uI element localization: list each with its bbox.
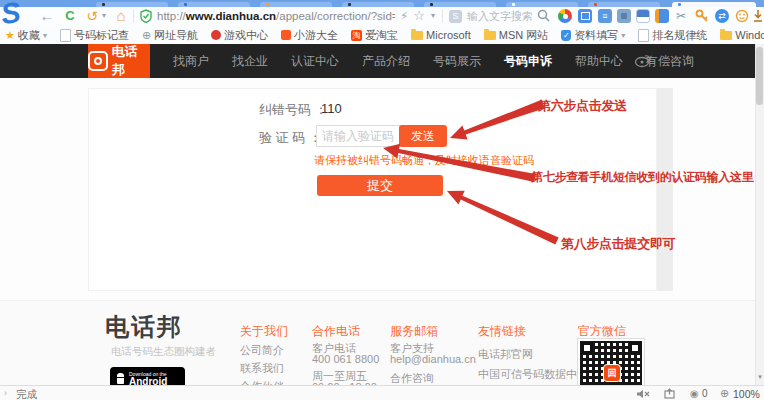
security-shield-icon [140,9,152,23]
dianhuabang-logo-icon [88,51,108,71]
appeal-form-card: 纠错号码 ： 110 验 证 码 ： 发送 请保持被纠错号码畅通，及时接收语音验… [88,88,657,291]
adblock-icon[interactable]: ◉ [690,388,699,399]
toolbar-divider [442,9,443,23]
reader-extension-icon[interactable] [655,9,669,23]
adblock-count: 0 [702,388,708,399]
sogou-browser-logo: S [0,0,23,31]
bookmark-item[interactable]: ⊕网址导航 [142,28,198,43]
footer-link-contact-us[interactable]: 联系我们 [240,361,284,376]
smiley-feedback-icon[interactable] [735,9,749,23]
qr-center-logo: 回 [603,364,621,382]
back-icon[interactable]: ← [38,7,56,26]
browser-statusbar: › 完成 ◉ 0 ⊕ 100% [0,385,764,400]
captcha-hint: 请保持被纠错号码畅通，及时接收语音验证码 [314,153,534,168]
status-expand-icon[interactable]: › [4,388,7,398]
nav-item-merchants[interactable]: 找商户 [173,53,209,70]
site-menu: 找商户 找企业 认证中心 产品介绍 号码展示 号码申诉 帮助中心 有偿咨询 [173,44,694,78]
nav-item-number-appeal[interactable]: 号码申诉 [504,53,552,70]
page-side-strip [657,88,673,291]
captcha-label: 验 证 码 ： [259,129,322,147]
nav-item-paid-consult[interactable]: 有偿咨询 [646,53,694,70]
submit-button[interactable]: 提交 [317,175,443,196]
annotation-step8: 第八步点击提交即可 [561,235,675,253]
search-engine-icon[interactable]: S [449,10,462,23]
correction-number-value: 110 [321,101,342,116]
nav-item-number-display[interactable]: 号码展示 [433,53,481,70]
search-input[interactable]: 输入文字搜索 [467,7,533,26]
speaker-mute-icon[interactable] [636,389,650,399]
nav-item-companies[interactable]: 找企业 [232,53,268,70]
bookmark-item[interactable]: MSN 网站 [484,28,549,43]
page-icon [60,29,71,42]
globe-icon: ⊕ [142,29,151,42]
bookmark-item[interactable]: Microsoft [411,29,471,41]
bookmark-item[interactable]: Windows Li [720,29,764,41]
toolbar-divider [133,9,134,23]
site-footer: 电话邦 电话号码生态圈构建者 Download on theAndroid 关于… [0,300,756,387]
home-icon[interactable]: ⌂ [112,7,130,26]
tab-favicon [678,3,681,6]
nav-item-products[interactable]: 产品介绍 [362,53,410,70]
footer-support-email[interactable]: help@dianhua.cn [390,353,476,365]
bookmark-item[interactable]: 游戏中心 [211,28,268,43]
chrome-extension-icon[interactable] [558,9,572,23]
flash-play-icon[interactable]: ⚡ [398,7,410,26]
refresh-icon[interactable]: C [62,7,78,26]
status-text: 完成 [16,388,37,400]
tab-favicon [430,3,433,6]
dianhuabang-logo-text: 电话邦 [112,43,150,79]
favorite-dropdown-icon[interactable]: ▾ [428,7,438,26]
nav-item-help-center[interactable]: 帮助中心 [575,53,623,70]
zoom-level[interactable]: 100% [733,388,760,400]
scissors-screenshot-icon[interactable]: ✂ [674,7,688,26]
taobao-icon: 淘 [351,30,362,41]
folder-icon [484,31,496,40]
zoom-icon[interactable]: ⊕ [720,387,729,400]
bookmark-item[interactable]: 淘爱淘宝 [351,28,398,43]
footer-col-wechat-title: 官方微信 [578,323,626,340]
browser-window: S ← C ↺ ▾ ⌂ http://www.dianhua.cn/appeal… [0,0,764,400]
captcha-input[interactable] [316,125,406,147]
game-center-icon [211,30,221,40]
footer-link-company-intro[interactable]: 公司简介 [240,343,284,358]
scrollbar-thumb[interactable] [756,47,763,105]
calendar-extension-icon[interactable] [636,9,650,23]
undo-icon[interactable]: ↺ [84,7,100,26]
tab-favicon [512,3,515,6]
footer-link-official-site[interactable]: 电话邦官网 [478,347,533,362]
shield-icon: ✓ [561,30,571,41]
nav-item-certification[interactable]: 认证中心 [291,53,339,70]
page-tool-icon[interactable] [664,388,675,399]
folder-icon [411,31,423,40]
address-bar[interactable]: http://www.dianhua.cn/appeal/correction/… [157,7,395,26]
bookmark-item[interactable]: 小游大全 [281,28,338,43]
page-icon [638,29,649,42]
browser-tab-strip [0,0,764,7]
folder-icon [720,31,732,40]
translate-sync-icon[interactable]: ⇄ [715,9,729,23]
footer-phone-number: 400 061 8800 [312,353,379,365]
bookmark-item[interactable]: 排名规律统 [638,28,707,43]
window-extension-icon[interactable] [578,9,592,23]
undo-dropdown-icon[interactable]: ▾ [99,7,109,26]
tab-favicon [184,3,187,6]
footer-col-email-title: 服务邮箱 [390,323,438,340]
dianhuabang-logo[interactable]: 电话邦 [88,44,150,78]
bookmark-item[interactable]: 号码标记查 [60,28,129,43]
bookmark-item[interactable]: ✓资料填写▾ [561,28,625,43]
cube-extension-icon[interactable] [617,9,631,23]
scrollbar-down-arrow[interactable]: ▾ [756,373,764,381]
footer-col-links-title: 友情链接 [478,323,526,340]
weibo-icon[interactable] [634,52,652,68]
favorite-star-icon[interactable]: ☆ [412,7,426,26]
url-path: /appeal/correction/?sid=b4b5e0fd476fc4a2 [276,10,395,22]
send-button[interactable]: 发送 [399,125,447,147]
download-icon[interactable] [752,9,764,23]
clipboard-extension-icon[interactable]: ≡ [598,9,612,23]
footer-link-data-center[interactable]: 中国可信号码数据中心 [478,367,588,382]
key-password-icon[interactable] [695,9,709,23]
url-prefix: http:// [157,10,186,22]
tab-favicon [266,3,269,6]
search-icon[interactable] [537,9,550,22]
correction-number-label: 纠错号码 ： [259,101,328,119]
